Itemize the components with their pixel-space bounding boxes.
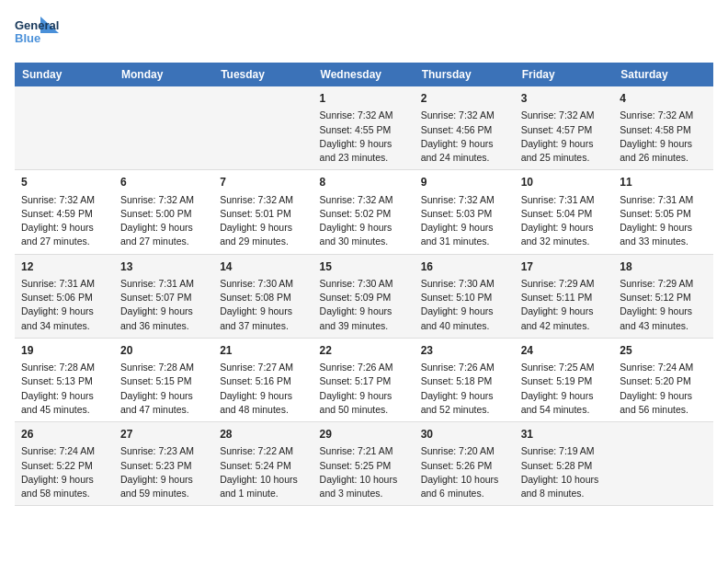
calendar-header: SundayMondayTuesdayWednesdayThursdayFrid… <box>15 63 713 86</box>
day-content: Sunrise: 7:27 AMSunset: 5:16 PMDaylight:… <box>220 361 306 417</box>
day-number: 17 <box>521 259 608 275</box>
calendar-cell: 18Sunrise: 7:29 AMSunset: 5:12 PMDayligh… <box>613 254 713 338</box>
calendar-cell: 15Sunrise: 7:30 AMSunset: 5:09 PMDayligh… <box>313 254 415 338</box>
calendar-cell: 24Sunrise: 7:25 AMSunset: 5:19 PMDayligh… <box>515 338 614 421</box>
col-header-wednesday: Wednesday <box>313 63 415 86</box>
calendar-cell <box>114 86 213 170</box>
day-content: Sunrise: 7:22 AMSunset: 5:24 PMDaylight:… <box>220 444 306 500</box>
col-header-thursday: Thursday <box>415 63 515 86</box>
calendar-cell: 17Sunrise: 7:29 AMSunset: 5:11 PMDayligh… <box>515 254 614 338</box>
day-number: 30 <box>421 427 508 442</box>
day-content: Sunrise: 7:32 AMSunset: 4:58 PMDaylight:… <box>620 109 707 165</box>
day-number: 1 <box>320 91 408 107</box>
calendar-week-row: 12Sunrise: 7:31 AMSunset: 5:06 PMDayligh… <box>15 254 713 338</box>
calendar-cell: 21Sunrise: 7:27 AMSunset: 5:16 PMDayligh… <box>213 338 313 421</box>
day-content: Sunrise: 7:25 AMSunset: 5:19 PMDaylight:… <box>521 361 608 417</box>
day-content: Sunrise: 7:26 AMSunset: 5:18 PMDaylight:… <box>421 361 508 417</box>
calendar-cell <box>613 422 713 506</box>
day-number: 22 <box>320 343 408 359</box>
day-content: Sunrise: 7:32 AMSunset: 4:56 PMDaylight:… <box>421 109 508 165</box>
day-content: Sunrise: 7:28 AMSunset: 5:13 PMDaylight:… <box>21 361 108 417</box>
day-number: 7 <box>220 175 306 190</box>
day-number: 9 <box>421 175 508 190</box>
calendar-cell: 30Sunrise: 7:20 AMSunset: 5:26 PMDayligh… <box>415 422 515 506</box>
day-content: Sunrise: 7:30 AMSunset: 5:08 PMDaylight:… <box>220 277 306 333</box>
col-header-sunday: Sunday <box>15 63 114 86</box>
calendar-cell: 8Sunrise: 7:32 AMSunset: 5:02 PMDaylight… <box>313 170 415 254</box>
calendar-cell: 25Sunrise: 7:24 AMSunset: 5:20 PMDayligh… <box>613 338 713 421</box>
calendar-cell: 27Sunrise: 7:23 AMSunset: 5:23 PMDayligh… <box>114 422 213 506</box>
calendar-cell: 4Sunrise: 7:32 AMSunset: 4:58 PMDaylight… <box>613 86 713 170</box>
day-content: Sunrise: 7:24 AMSunset: 5:22 PMDaylight:… <box>21 444 108 500</box>
calendar-table: SundayMondayTuesdayWednesdayThursdayFrid… <box>15 63 713 506</box>
calendar-cell: 5Sunrise: 7:32 AMSunset: 4:59 PMDaylight… <box>15 170 114 254</box>
day-number: 31 <box>521 427 608 442</box>
calendar-cell: 26Sunrise: 7:24 AMSunset: 5:22 PMDayligh… <box>15 422 114 506</box>
day-number: 21 <box>220 343 306 359</box>
calendar-cell <box>213 86 313 170</box>
calendar-week-row: 5Sunrise: 7:32 AMSunset: 4:59 PMDaylight… <box>15 170 713 254</box>
day-number: 27 <box>120 427 207 442</box>
day-number: 26 <box>21 427 108 442</box>
calendar-week-row: 26Sunrise: 7:24 AMSunset: 5:22 PMDayligh… <box>15 422 713 506</box>
day-content: Sunrise: 7:30 AMSunset: 5:10 PMDaylight:… <box>421 277 508 333</box>
day-number: 25 <box>620 343 707 359</box>
day-number: 5 <box>21 175 108 190</box>
col-header-saturday: Saturday <box>613 63 713 86</box>
day-number: 4 <box>620 91 707 107</box>
calendar-cell: 22Sunrise: 7:26 AMSunset: 5:17 PMDayligh… <box>313 338 415 421</box>
day-number: 3 <box>521 91 608 107</box>
calendar-cell: 14Sunrise: 7:30 AMSunset: 5:08 PMDayligh… <box>213 254 313 338</box>
day-number: 16 <box>421 259 508 275</box>
day-content: Sunrise: 7:32 AMSunset: 5:02 PMDaylight:… <box>320 193 408 249</box>
day-number: 15 <box>320 259 408 275</box>
calendar-cell: 16Sunrise: 7:30 AMSunset: 5:10 PMDayligh… <box>415 254 515 338</box>
day-number: 28 <box>220 427 306 442</box>
calendar-cell: 10Sunrise: 7:31 AMSunset: 5:04 PMDayligh… <box>515 170 614 254</box>
day-number: 13 <box>120 259 207 275</box>
day-content: Sunrise: 7:32 AMSunset: 4:55 PMDaylight:… <box>320 109 408 165</box>
calendar-cell: 9Sunrise: 7:32 AMSunset: 5:03 PMDaylight… <box>415 170 515 254</box>
day-number: 29 <box>320 427 408 442</box>
calendar-cell: 3Sunrise: 7:32 AMSunset: 4:57 PMDaylight… <box>515 86 614 170</box>
day-content: Sunrise: 7:29 AMSunset: 5:11 PMDaylight:… <box>521 277 608 333</box>
day-content: Sunrise: 7:31 AMSunset: 5:06 PMDaylight:… <box>21 277 108 333</box>
logo: General Blue <box>15 15 64 52</box>
calendar-week-row: 19Sunrise: 7:28 AMSunset: 5:13 PMDayligh… <box>15 338 713 421</box>
calendar-cell: 23Sunrise: 7:26 AMSunset: 5:18 PMDayligh… <box>415 338 515 421</box>
day-number: 8 <box>320 175 408 190</box>
day-content: Sunrise: 7:30 AMSunset: 5:09 PMDaylight:… <box>320 277 408 333</box>
calendar-cell: 1Sunrise: 7:32 AMSunset: 4:55 PMDaylight… <box>313 86 415 170</box>
day-content: Sunrise: 7:31 AMSunset: 5:07 PMDaylight:… <box>120 277 207 333</box>
day-content: Sunrise: 7:29 AMSunset: 5:12 PMDaylight:… <box>620 277 707 333</box>
col-header-monday: Monday <box>114 63 213 86</box>
day-content: Sunrise: 7:32 AMSunset: 5:03 PMDaylight:… <box>421 193 508 249</box>
calendar-cell: 19Sunrise: 7:28 AMSunset: 5:13 PMDayligh… <box>15 338 114 421</box>
calendar-cell: 28Sunrise: 7:22 AMSunset: 5:24 PMDayligh… <box>213 422 313 506</box>
day-content: Sunrise: 7:20 AMSunset: 5:26 PMDaylight:… <box>421 444 508 500</box>
calendar-cell: 7Sunrise: 7:32 AMSunset: 5:01 PMDaylight… <box>213 170 313 254</box>
logo-icon: General Blue <box>15 15 61 52</box>
day-content: Sunrise: 7:31 AMSunset: 5:04 PMDaylight:… <box>521 193 608 249</box>
calendar-cell: 31Sunrise: 7:19 AMSunset: 5:28 PMDayligh… <box>515 422 614 506</box>
day-content: Sunrise: 7:19 AMSunset: 5:28 PMDaylight:… <box>521 444 608 500</box>
calendar-cell: 20Sunrise: 7:28 AMSunset: 5:15 PMDayligh… <box>114 338 213 421</box>
day-number: 20 <box>120 343 207 359</box>
day-content: Sunrise: 7:31 AMSunset: 5:05 PMDaylight:… <box>620 193 707 249</box>
calendar-cell: 2Sunrise: 7:32 AMSunset: 4:56 PMDaylight… <box>415 86 515 170</box>
page-header: General Blue <box>15 15 713 52</box>
day-content: Sunrise: 7:28 AMSunset: 5:15 PMDaylight:… <box>120 361 207 417</box>
day-content: Sunrise: 7:32 AMSunset: 4:59 PMDaylight:… <box>21 193 108 249</box>
day-content: Sunrise: 7:32 AMSunset: 5:01 PMDaylight:… <box>220 193 306 249</box>
day-number: 10 <box>521 175 608 190</box>
day-number: 14 <box>220 259 306 275</box>
col-header-friday: Friday <box>515 63 614 86</box>
day-number: 19 <box>21 343 108 359</box>
day-content: Sunrise: 7:24 AMSunset: 5:20 PMDaylight:… <box>620 361 707 417</box>
col-header-tuesday: Tuesday <box>213 63 313 86</box>
calendar-cell: 12Sunrise: 7:31 AMSunset: 5:06 PMDayligh… <box>15 254 114 338</box>
calendar-cell: 29Sunrise: 7:21 AMSunset: 5:25 PMDayligh… <box>313 422 415 506</box>
day-content: Sunrise: 7:32 AMSunset: 4:57 PMDaylight:… <box>521 109 608 165</box>
day-content: Sunrise: 7:21 AMSunset: 5:25 PMDaylight:… <box>320 444 408 500</box>
svg-text:Blue: Blue <box>15 31 40 45</box>
